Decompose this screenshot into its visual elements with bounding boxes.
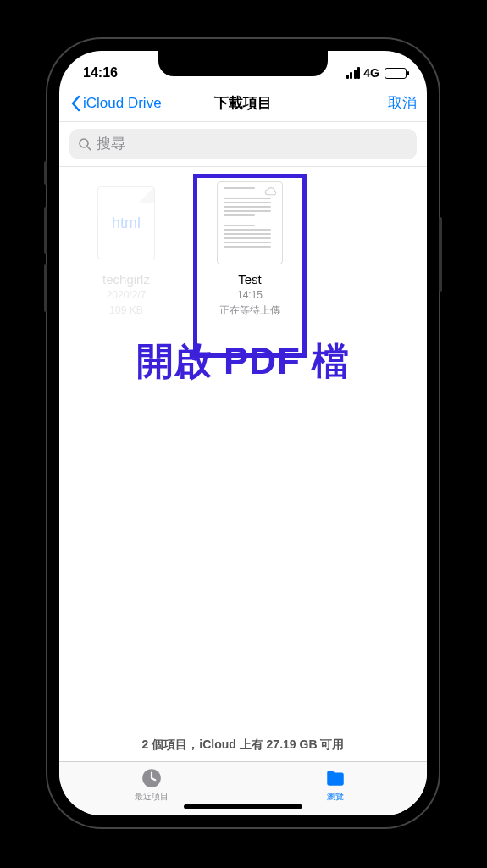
- storage-info: 2 個項目，iCloud 上有 27.19 GB 可用: [59, 729, 427, 761]
- status-right: 4G: [346, 66, 407, 80]
- file-status: 正在等待上傳: [219, 303, 280, 317]
- file-type-label: html: [112, 214, 141, 232]
- volume-down-button: [44, 264, 47, 312]
- file-name: Test: [238, 272, 262, 287]
- notch: [158, 51, 328, 76]
- file-item-html[interactable]: html techgirlz 2020/2/7 109 KB: [76, 181, 176, 317]
- file-name: techgirlz: [102, 272, 150, 287]
- mute-switch: [44, 161, 47, 185]
- tab-browse[interactable]: 瀏覽: [302, 767, 369, 803]
- home-indicator[interactable]: [184, 804, 302, 809]
- battery-icon: [385, 68, 407, 79]
- cloud-upload-icon: [263, 186, 279, 198]
- svg-line-1: [87, 147, 91, 150]
- files-grid[interactable]: html techgirlz 2020/2/7 109 KB: [59, 167, 427, 729]
- file-thumbnail: [216, 181, 284, 265]
- folder-icon: [324, 767, 347, 789]
- nav-bar: iCloud Drive 下載項目 取消: [59, 85, 427, 122]
- tab-label: 最近項目: [135, 791, 169, 803]
- back-button[interactable]: iCloud Drive: [69, 95, 162, 112]
- back-label: iCloud Drive: [83, 95, 162, 112]
- search-input[interactable]: [97, 136, 408, 153]
- chevron-left-icon: [69, 95, 81, 112]
- clock-icon: [140, 767, 163, 789]
- search-icon: [78, 137, 91, 151]
- volume-up-button: [44, 207, 47, 254]
- signal-icon: [346, 67, 361, 79]
- tab-label: 瀏覽: [327, 791, 344, 803]
- file-size: 109 KB: [109, 303, 142, 317]
- power-button: [439, 217, 442, 292]
- phone-frame: 14:16 4G iCloud Drive 下載項目 取消: [47, 39, 439, 827]
- cancel-button[interactable]: 取消: [388, 93, 417, 113]
- page-title: 下載項目: [214, 93, 272, 113]
- file-date: 2020/2/7: [107, 288, 147, 302]
- network-label: 4G: [363, 66, 379, 80]
- file-thumbnail: html: [92, 181, 160, 265]
- file-item-pdf[interactable]: Test 14:15 正在等待上傳: [200, 181, 300, 317]
- file-time: 14:15: [237, 288, 263, 302]
- status-time: 14:16: [83, 65, 118, 81]
- annotation-overlay: 開啟 PDF 檔: [59, 337, 427, 387]
- tab-recent[interactable]: 最近項目: [118, 767, 185, 803]
- screen: 14:16 4G iCloud Drive 下載項目 取消: [59, 51, 427, 815]
- search-container: [59, 122, 427, 167]
- search-field[interactable]: [69, 129, 417, 159]
